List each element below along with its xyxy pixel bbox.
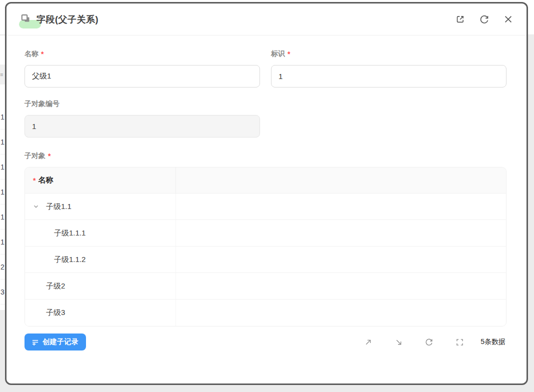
create-child-record-button[interactable]: 创建子记录 bbox=[24, 334, 86, 350]
row-name: 子级1.1.1 bbox=[54, 228, 86, 238]
chevron-down-icon[interactable] bbox=[33, 204, 46, 210]
row-name: 子级1.1 bbox=[46, 202, 72, 212]
table-row[interactable]: 子级1.1.2 bbox=[25, 246, 506, 273]
modal-header: 字段(父子关系) bbox=[6, 4, 526, 36]
table-row[interactable]: 子级1.1.1 bbox=[25, 220, 506, 246]
required-mark: * bbox=[33, 176, 36, 184]
field-name-label: 名称* bbox=[24, 50, 260, 58]
table-footer: 创建子记录 bbox=[24, 333, 506, 351]
children-table: * 名称 子级1.1 bbox=[24, 167, 506, 326]
table-row[interactable]: 子级3 bbox=[25, 300, 506, 326]
subtable-label: 子对象* bbox=[24, 152, 506, 160]
required-mark: * bbox=[288, 50, 290, 58]
field-identifier-label: 标识* bbox=[271, 50, 506, 58]
open-in-new-window-icon[interactable] bbox=[454, 14, 466, 25]
table-header: * 名称 bbox=[25, 168, 506, 194]
field-child-number-label: 子对象编号 bbox=[24, 100, 260, 108]
field-identifier: 标识* bbox=[271, 50, 506, 88]
fullscreen-icon[interactable] bbox=[455, 338, 464, 346]
modal-title: 字段(父子关系) bbox=[36, 14, 98, 26]
identifier-input[interactable] bbox=[271, 65, 506, 88]
name-input[interactable] bbox=[24, 65, 260, 88]
child-number-input bbox=[24, 115, 260, 138]
modal-body: 名称* 标识* 子对象编号 子对象* * bbox=[6, 36, 526, 351]
refresh-icon[interactable] bbox=[424, 338, 434, 346]
list-add-icon bbox=[32, 338, 39, 346]
name-column-header: * 名称 bbox=[25, 168, 176, 193]
row-name: 子级2 bbox=[46, 282, 65, 291]
field-name: 名称* bbox=[24, 50, 260, 88]
expand-all-icon[interactable] bbox=[364, 338, 372, 346]
record-count: 5条数据 bbox=[480, 338, 506, 346]
title-icon-wrap bbox=[20, 12, 32, 27]
block-icon bbox=[20, 14, 30, 24]
required-mark: * bbox=[41, 50, 44, 58]
row-name: 子级1.1.2 bbox=[54, 255, 86, 264]
close-icon[interactable] bbox=[502, 14, 514, 25]
collapse-all-icon[interactable] bbox=[394, 338, 403, 346]
table-row[interactable]: 子级2 bbox=[25, 273, 506, 300]
record-detail-modal: 字段(父子关系) 名称* bbox=[5, 2, 528, 385]
field-child-number: 子对象编号 bbox=[24, 100, 260, 138]
refresh-icon[interactable] bbox=[478, 14, 490, 25]
table-row[interactable]: 子级1.1 bbox=[25, 194, 506, 220]
required-mark: * bbox=[48, 152, 50, 160]
row-name: 子级3 bbox=[46, 308, 65, 318]
